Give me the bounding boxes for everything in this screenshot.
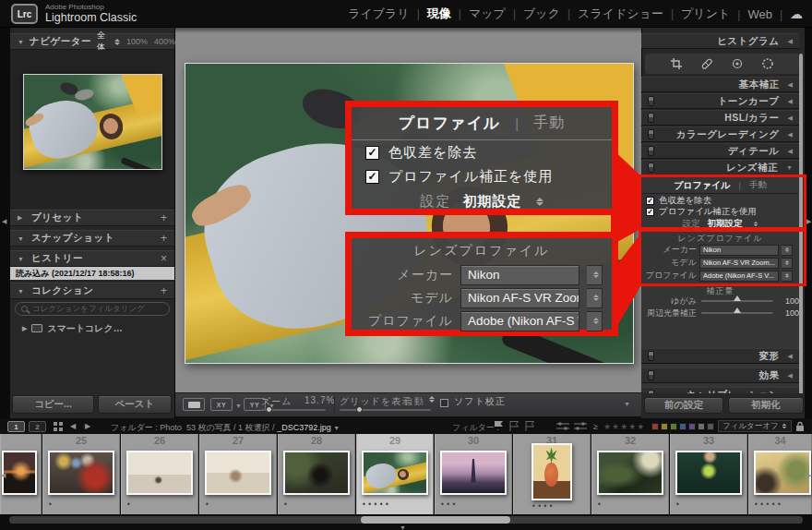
heal-tool-icon[interactable] xyxy=(700,57,713,70)
history-header[interactable]: ▼ ヒストリー × xyxy=(10,250,174,267)
grid-view-icon[interactable] xyxy=(54,422,63,431)
profile-corr-checkbox[interactable]: ✓ xyxy=(646,208,654,216)
panel-enable-toggle[interactable] xyxy=(648,163,654,173)
filmstrip-thumbnail-26[interactable]: 26 • xyxy=(121,434,198,514)
dropdown-spinner-icon[interactable] xyxy=(782,258,793,269)
copy-button[interactable]: コピー... xyxy=(12,395,94,414)
profile-dropdown[interactable]: Adobe (Nikon AF-S V... xyxy=(699,271,779,282)
module-map[interactable]: マップ xyxy=(451,6,506,22)
color-label-green-button[interactable] xyxy=(670,423,677,430)
color-label-purple-button[interactable] xyxy=(688,423,696,430)
grid-spinner-icon[interactable] xyxy=(429,396,435,403)
collections-header[interactable]: ▼ コレクション + xyxy=(10,283,174,299)
distortion-slider[interactable] xyxy=(701,300,773,302)
filter-lock-icon[interactable] xyxy=(795,421,805,431)
filmstrip-thumbnail-31[interactable]: 31 •••• xyxy=(513,434,591,514)
panel-enable-toggle[interactable] xyxy=(648,370,654,380)
remove-ca-checkbox[interactable]: ✓ xyxy=(646,197,654,205)
filmstrip-thumbnail-29-selected[interactable]: 29 ••••• xyxy=(356,434,434,514)
loupe-view-button[interactable] xyxy=(183,398,205,411)
smart-collection-item[interactable]: ▶ スマートコレク… xyxy=(22,321,168,335)
maker-dropdown[interactable]: Nikon xyxy=(699,245,779,256)
filmstrip-thumbnail-34[interactable]: 34 ••••• xyxy=(748,434,812,514)
crop-tool-icon[interactable] xyxy=(670,57,683,70)
module-library[interactable]: ライブラリ xyxy=(348,6,410,22)
star-icon[interactable]: ★ xyxy=(612,422,620,431)
rating-stars-filter[interactable]: ★★★★★ xyxy=(603,422,645,431)
panel-enable-toggle[interactable] xyxy=(648,146,654,156)
right-panel-scrollbar[interactable] xyxy=(799,54,803,414)
main-window-button[interactable]: 1 xyxy=(7,421,25,432)
color-label-none-button[interactable] xyxy=(698,423,705,430)
filmstrip-scroll-left-arrow[interactable]: ◀ xyxy=(1,472,6,478)
panel-effects[interactable]: 効果 ◀ xyxy=(641,367,799,383)
navigator-preview[interactable] xyxy=(23,74,162,170)
second-window-button[interactable]: 2 xyxy=(29,421,46,432)
panel-enable-toggle[interactable] xyxy=(648,129,654,139)
module-slideshow[interactable]: スライドショー xyxy=(560,6,663,22)
histogram-header[interactable]: ヒストグラム ◀ xyxy=(641,33,799,49)
panel-tone-curve[interactable]: トーンカーブ ◀ xyxy=(641,93,799,109)
star-icon[interactable]: ★ xyxy=(620,422,628,431)
dropdown-spinner-icon[interactable] xyxy=(782,245,793,256)
filmstrip-thumbnail-24[interactable] xyxy=(0,434,42,514)
redeye-tool-icon[interactable] xyxy=(731,57,744,70)
panel-hsl-color[interactable]: HSL/カラー ◀ xyxy=(641,110,799,126)
presets-header[interactable]: ▶ プリセット + xyxy=(10,210,174,226)
navigator-400-option[interactable]: 400% xyxy=(154,37,175,46)
grid-size-slider-thumb[interactable] xyxy=(356,406,363,413)
module-develop[interactable]: 現像 xyxy=(410,6,451,22)
panel-enable-toggle[interactable] xyxy=(648,113,654,123)
softproof-checkbox[interactable] xyxy=(440,399,448,407)
flag-unflagged-filter-icon[interactable] xyxy=(508,421,520,431)
filmstrip-scrollbar-thumb[interactable] xyxy=(361,516,510,524)
flag-pick-filter-icon[interactable] xyxy=(493,421,505,431)
panel-lens-corrections[interactable]: レンズ補正 ▼ xyxy=(641,160,799,175)
navigator-fit-spinner-icon[interactable] xyxy=(114,39,120,45)
setup-dropdown[interactable]: 初期設定 xyxy=(708,218,743,230)
vignetting-slider[interactable] xyxy=(701,312,773,314)
history-item-import[interactable]: 読み込み (2021/12/17 18:58:16) xyxy=(10,267,174,280)
model-dropdown[interactable]: Nikon AF-S VR Zoom... xyxy=(699,258,779,269)
filmstrip-thumbnail-27[interactable]: 27 • xyxy=(199,434,277,514)
toolbar-options-caret-icon[interactable]: ▼ xyxy=(624,401,630,407)
previous-settings-button[interactable]: 前の設定 xyxy=(644,397,723,414)
module-print[interactable]: プリント xyxy=(663,6,730,22)
dropdown-spinner-icon[interactable] xyxy=(753,221,758,225)
color-label-yellow-button[interactable] xyxy=(661,423,668,430)
panel-enable-toggle[interactable] xyxy=(648,96,654,106)
prev-photo-arrow-icon[interactable]: ◀ xyxy=(70,423,76,429)
paste-button[interactable]: ペースト xyxy=(98,395,172,414)
filmstrip-thumbnail-33[interactable]: 33 • xyxy=(670,434,747,514)
filmstrip-thumbnail-25[interactable]: 25 • xyxy=(42,434,120,514)
star-icon[interactable]: ★ xyxy=(603,422,612,431)
reveal-bottom-panel-arrow[interactable]: ▼ xyxy=(400,524,406,530)
zoom-slider-thumb[interactable] xyxy=(266,406,272,413)
filmstrip-thumbnail-30[interactable]: 30 ••• xyxy=(435,434,512,514)
panel-basic[interactable]: 基本補正 ◀ xyxy=(641,77,799,92)
masking-tool-icon[interactable] xyxy=(761,57,774,70)
snapshots-add-button[interactable]: + xyxy=(161,234,167,243)
star-icon[interactable]: ★ xyxy=(637,422,645,431)
panel-transform[interactable]: 変形 ◀ xyxy=(641,348,799,364)
filmstrip-thumbnail-32[interactable]: 32 • xyxy=(591,434,669,514)
dropdown-spinner-icon[interactable] xyxy=(782,271,793,282)
sync-cloud-icon[interactable]: ☁ xyxy=(772,6,803,21)
filter-preset-dropdown[interactable]: フィルターオフ xyxy=(718,420,792,432)
manual-tab[interactable]: 手動 xyxy=(749,179,767,191)
history-clear-button[interactable]: × xyxy=(161,254,167,263)
color-label-blue-button[interactable] xyxy=(679,423,687,430)
sort-direction-icon[interactable] xyxy=(556,422,569,430)
color-label-red-button[interactable] xyxy=(651,423,659,430)
filmstrip-scroll-right-arrow[interactable]: ▶ xyxy=(806,472,811,478)
collection-filter-input[interactable]: コレクションをフィルタリング xyxy=(15,302,170,316)
reset-button[interactable]: 初期化 xyxy=(728,397,804,414)
collections-add-button[interactable]: + xyxy=(161,286,167,295)
flag-reject-filter-icon[interactable] xyxy=(524,421,536,431)
filmstrip-thumbnail-28[interactable]: 28 • xyxy=(278,434,355,514)
slider-thumb-icon[interactable] xyxy=(734,295,741,301)
slider-thumb-icon[interactable] xyxy=(734,307,741,313)
presets-add-button[interactable]: + xyxy=(161,213,167,223)
grid-value-dropdown[interactable]: 自動 xyxy=(404,395,424,408)
module-book[interactable]: ブック xyxy=(506,6,560,22)
